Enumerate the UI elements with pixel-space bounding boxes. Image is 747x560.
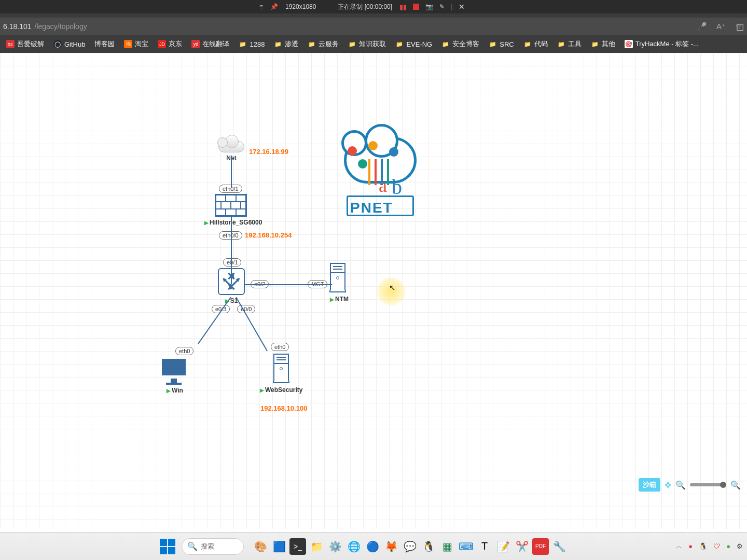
app-copilot[interactable]: 🎨 bbox=[252, 538, 269, 555]
cursor-icon: ↖ bbox=[389, 283, 396, 292]
app-widgets[interactable]: 🟦 bbox=[271, 538, 287, 555]
tray-record-icon[interactable]: ● bbox=[688, 542, 693, 550]
screen-recorder-bar: ≡ 📌 1920x1080 正在录制 [00:00:00] ▮▮ 📷 ✎ | ✕ bbox=[0, 0, 747, 13]
app-edge[interactable]: 🔵 bbox=[364, 538, 381, 555]
bookmark-taobao[interactable]: 淘淘宝 bbox=[121, 38, 151, 50]
zoom-in-icon[interactable]: 🔍 bbox=[730, 480, 741, 490]
link-net-fw[interactable] bbox=[231, 156, 232, 188]
iface-win: eth0 bbox=[175, 347, 193, 355]
windows-taskbar: 🔍 搜索 🎨 🟦 >_ 📁 ⚙️ 🌐 🔵 🦊 💬 🐧 ▦ ⌨ T 📝 ✂️ PD… bbox=[0, 532, 747, 560]
app-pdf[interactable]: PDF bbox=[532, 538, 549, 555]
recorder-edit-icon[interactable]: ✎ bbox=[439, 3, 445, 10]
pnet-logo: ab PNET bbox=[342, 131, 420, 216]
tray-chevron-icon[interactable]: ︿ bbox=[676, 542, 682, 551]
firewall-icon bbox=[215, 194, 247, 217]
node-firewall[interactable]: ▶Hillstone_SG6000 bbox=[215, 194, 262, 226]
tray-app2-icon[interactable]: 🛡 bbox=[713, 542, 720, 550]
app-firefox[interactable]: 🦊 bbox=[383, 538, 399, 555]
bookmark-other[interactable]: 📁其他 bbox=[588, 38, 618, 50]
app-settings[interactable]: ⚙️ bbox=[327, 538, 343, 555]
taskbar-search[interactable]: 🔍 搜索 bbox=[182, 538, 244, 555]
recorder-screenshot-icon[interactable]: 📷 bbox=[425, 3, 433, 10]
address-bar[interactable]: 6.18.101/legacy/topology 🎤 A⁺ ☆ bbox=[0, 18, 747, 35]
bookmark-youdao[interactable]: yd在线翻译 bbox=[188, 38, 232, 50]
app-wechat[interactable]: 💬 bbox=[402, 538, 418, 555]
recorder-resolution: 1920x1080 bbox=[285, 3, 316, 10]
app-explorer[interactable]: 📁 bbox=[308, 538, 325, 555]
sandbox-badge[interactable]: 沙箱 bbox=[639, 478, 660, 492]
tray-steam-icon[interactable]: ⚙ bbox=[737, 542, 743, 550]
app-chrome[interactable]: 🌐 bbox=[345, 538, 362, 555]
ip-websec: 192.168.10.100 bbox=[260, 404, 307, 412]
app-tool[interactable]: 🔧 bbox=[551, 538, 568, 555]
app-terminal[interactable]: >_ bbox=[289, 538, 306, 555]
pc-icon bbox=[162, 359, 188, 382]
zoom-slider[interactable] bbox=[690, 483, 726, 486]
tray-app1-icon[interactable]: 🐧 bbox=[699, 542, 707, 550]
bookmark-eveng[interactable]: 📁EVE-NG bbox=[392, 38, 435, 50]
url-path: /legacy/topology bbox=[35, 22, 87, 31]
server-icon bbox=[330, 263, 345, 291]
bookmark-secblog[interactable]: 📁安全博客 bbox=[438, 38, 482, 50]
recorder-stop-icon[interactable] bbox=[413, 4, 419, 10]
recorder-menu-icon[interactable]: ≡ bbox=[259, 3, 263, 10]
server-icon bbox=[273, 354, 289, 382]
bookmark-tools[interactable]: 📁工具 bbox=[554, 38, 585, 50]
iface-s1-top: e0/1 bbox=[223, 258, 241, 267]
reader-icon[interactable]: A⁺ bbox=[716, 22, 726, 31]
bookmark-tryhackme[interactable]: 🎯TryHackMe - 标签 -... bbox=[621, 38, 702, 50]
start-button[interactable] bbox=[160, 539, 175, 554]
search-icon: 🔍 bbox=[187, 541, 198, 551]
tray-app3-icon[interactable]: ● bbox=[726, 542, 730, 550]
bookmark-code[interactable]: 📁代码 bbox=[520, 38, 551, 50]
bookmark-github[interactable]: ◯GitHub bbox=[50, 38, 88, 50]
app-notes[interactable]: 📝 bbox=[495, 538, 511, 555]
split-screen-icon[interactable]: ◫ bbox=[736, 22, 744, 32]
iface-websec: eth0 bbox=[271, 343, 289, 351]
url-host: 6.18.101 bbox=[3, 22, 32, 31]
node-websecurity[interactable]: ▶WebSecurity bbox=[273, 354, 302, 394]
topology-canvas[interactable]: ab PNET ↖ Net 172.16.18.99 eth0/1 ▶Hills… bbox=[0, 53, 747, 529]
bookmark-cnblogs[interactable]: 博客园 bbox=[91, 38, 118, 50]
link-s1-win[interactable] bbox=[198, 297, 231, 344]
node-win[interactable]: ▶Win bbox=[162, 359, 188, 394]
voice-search-icon[interactable]: 🎤 bbox=[697, 22, 707, 31]
bookmark-cloud[interactable]: 📁云服务 bbox=[305, 38, 342, 50]
recorder-status: 正在录制 [00:00:00] bbox=[338, 3, 392, 11]
cloud-icon bbox=[216, 134, 247, 152]
system-tray: ︿ ● 🐧 🛡 ● ⚙ bbox=[676, 542, 743, 551]
link-fw-s1[interactable] bbox=[231, 216, 232, 284]
recorder-close-icon[interactable]: ✕ bbox=[459, 3, 465, 11]
bookmark-jd[interactable]: JD京东 bbox=[155, 38, 185, 50]
center-icon[interactable]: ✥ bbox=[665, 480, 671, 490]
app-snip[interactable]: ✂️ bbox=[514, 538, 530, 555]
recorder-pause-icon[interactable]: ▮▮ bbox=[399, 3, 407, 11]
canvas-controls: 沙箱 ✥ 🔍 🔍 bbox=[639, 478, 741, 492]
app-qq[interactable]: 🐧 bbox=[420, 538, 437, 555]
ip-fw: 192.168.10.254 bbox=[245, 231, 292, 239]
app-excel[interactable]: ▦ bbox=[439, 538, 455, 555]
bookmark-pentest[interactable]: 📁渗透 bbox=[271, 38, 301, 50]
link-s1-ntm[interactable] bbox=[244, 284, 332, 285]
bookmark-1288[interactable]: 📁1288 bbox=[236, 38, 268, 50]
app-vscode[interactable]: ⌨ bbox=[458, 538, 474, 555]
bookmarks-bar: 52吾爱破解 ◯GitHub 博客园 淘淘宝 JD京东 yd在线翻译 📁1288… bbox=[0, 35, 747, 53]
zoom-out-icon[interactable]: 🔍 bbox=[675, 480, 686, 490]
app-typora[interactable]: T bbox=[476, 538, 493, 555]
iface-s1-br: e0/0 bbox=[237, 305, 255, 313]
bookmark-knowledge[interactable]: 📁知识获取 bbox=[345, 38, 389, 50]
bookmark-src[interactable]: 📁SRC bbox=[486, 38, 517, 50]
bookmark-wuai[interactable]: 52吾爱破解 bbox=[3, 38, 47, 50]
ip-net: 172.16.18.99 bbox=[249, 148, 288, 156]
node-ntm[interactable]: ▶NTM bbox=[330, 263, 349, 303]
recorder-pin-icon[interactable]: 📌 bbox=[270, 3, 278, 10]
